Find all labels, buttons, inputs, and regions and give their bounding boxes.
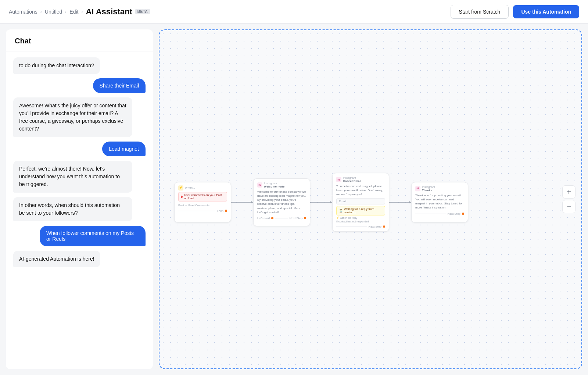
flow-node-when[interactable]: ⚡ When... User comments on your Post or … (174, 182, 231, 222)
footer-line-4 (415, 214, 446, 214)
node-collect-waiting: ⏳ Waiting for a reply from contact... (336, 206, 385, 215)
instagram-icon-welcome: IG (257, 182, 262, 188)
footer-line-2 (275, 218, 288, 218)
breadcrumb-sep-2: › (65, 9, 67, 14)
page-title: AI Assistant BETA (86, 7, 150, 17)
node-thanks-header: IG Instagram Thanks (415, 185, 464, 192)
node-when-trigger: User comments on your Post or Reel (178, 192, 227, 201)
node-collect-input: Email (336, 198, 385, 204)
breadcrumb-sep-1: › (40, 9, 42, 14)
connector-1 (231, 193, 253, 211)
lightning-icon: ⚡ (178, 185, 183, 190)
zoom-in-button[interactable]: + (562, 185, 576, 199)
node-dot-orange-2 (304, 217, 306, 219)
node-collect-footer-label: Next Step (369, 225, 381, 228)
node-dot-orange-3 (383, 225, 385, 228)
node-welcome-type: Welcome node (264, 185, 284, 188)
node-welcome-footer-label: Next Step (290, 217, 302, 220)
flow-node-collect-email[interactable]: IG Instagram Collect Email To receive ou… (332, 173, 389, 232)
cta-dot (271, 217, 273, 219)
chat-header: Chat (6, 29, 153, 51)
node-when-trigger-text: User comments on your Post or Reel (184, 193, 225, 200)
node-collect-footer: Next Step (336, 225, 385, 228)
node-when-sublabel: Post or Reel Comments (178, 204, 227, 207)
flow-node-thanks[interactable]: IG Instagram Thanks Thank you for provid… (411, 182, 468, 222)
node-when-label: When... (185, 186, 195, 189)
node-thanks-type: Thanks (422, 189, 435, 192)
breadcrumb-automations[interactable]: Automations (9, 9, 37, 15)
chat-title: Chat (15, 37, 144, 45)
chat-message-7: AI-generated Automation is here! (13, 251, 100, 267)
node-thanks-footer-label: Next Step (448, 212, 460, 215)
node-welcome-body: Welcome to our fitness company! We have … (257, 190, 306, 214)
connector-3 (389, 193, 411, 211)
node-collect-type: Collect Email (343, 179, 361, 183)
chat-message-6[interactable]: When follower comments on my Posts or Re… (40, 226, 146, 246)
node-welcome-footer: Let's start Next Step (257, 217, 306, 220)
node-welcome-platform: Instagram (264, 182, 284, 185)
start-from-scratch-button[interactable]: Start from Scratch (451, 5, 509, 19)
breadcrumb: Automations › Untitled › Edit › AI Assis… (9, 7, 150, 17)
node-thanks-platform: Instagram (422, 185, 435, 189)
node-thanks-body: Thank you for providing your email! You … (415, 193, 464, 210)
use-automation-button[interactable]: Use this Automation (513, 5, 579, 18)
node-action-reply: ⚡ Action on reply (336, 217, 385, 219)
node-welcome-header: IG Instagram Welcome node (257, 182, 306, 188)
canvas-panel[interactable]: ⚡ When... User comments on your Post or … (159, 29, 582, 369)
chat-message-3[interactable]: Lead magnet (102, 142, 146, 156)
chat-panel: Chat to do during the chat interaction?S… (6, 29, 153, 369)
node-dot-red (181, 196, 183, 198)
main-content: Chat to do during the chat interaction?S… (0, 24, 588, 375)
flow-container: ⚡ When... User comments on your Post or … (174, 173, 468, 232)
canvas-controls: + − (562, 185, 576, 213)
node-welcome-cta: Let's start (257, 217, 270, 220)
node-when-footer-label: Then (217, 209, 223, 213)
chat-message-0: to do during the chat interaction? (13, 57, 100, 74)
node-dot-orange (225, 210, 227, 212)
chat-message-4: Perfect, we're almost there! Now, let's … (13, 161, 132, 193)
node-collect-header: IG Instagram Collect Email (336, 176, 385, 183)
chat-message-5: In other words, when should this automat… (13, 197, 132, 221)
node-when-footer: Then (178, 209, 227, 213)
footer-line (178, 211, 215, 211)
instagram-icon-thanks: IG (415, 186, 420, 191)
chat-message-1[interactable]: Share their Email (93, 78, 146, 93)
connector-2 (310, 193, 332, 211)
node-collect-platform: Instagram (343, 176, 361, 179)
zoom-out-button[interactable]: − (562, 200, 576, 213)
flow-node-welcome[interactable]: IG Instagram Welcome node Welcome to our… (253, 178, 310, 226)
breadcrumb-untitled[interactable]: Untitled (45, 9, 62, 15)
header: Automations › Untitled › Edit › AI Assis… (0, 0, 588, 24)
footer-line-3 (336, 226, 367, 227)
beta-badge: BETA (135, 9, 150, 14)
node-dot-orange-4 (462, 213, 464, 215)
node-waiting-text: Waiting for a reply from contact... (344, 207, 383, 214)
node-action-no-reply: If contact has not responded (336, 220, 385, 223)
node-thanks-footer: Next Step (415, 212, 464, 215)
node-collect-body: To receive our lead magnet, please leave… (336, 184, 385, 197)
header-actions: Start from Scratch Use this Automation (451, 5, 579, 19)
ai-assistant-label: AI Assistant (86, 7, 132, 17)
breadcrumb-edit[interactable]: Edit (69, 9, 78, 15)
node-when-header: ⚡ When... (178, 185, 227, 190)
breadcrumb-sep-3: › (81, 9, 83, 14)
chat-message-2: Awesome! What's the juicy offer or conte… (13, 97, 132, 137)
chat-messages[interactable]: to do during the chat interaction?Share … (6, 51, 153, 369)
instagram-icon-collect: IG (336, 177, 341, 182)
